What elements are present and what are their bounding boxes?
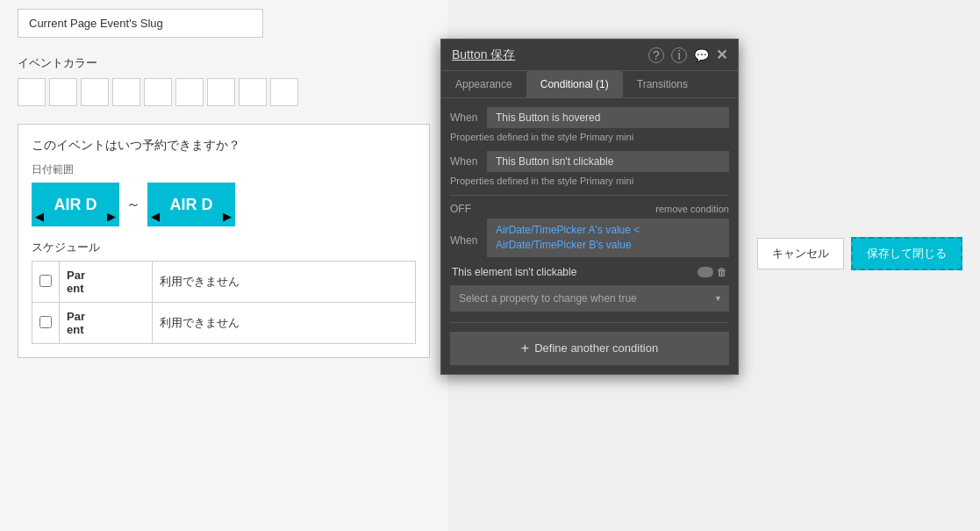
- element-icons: 🗑: [697, 266, 727, 278]
- when-label-1: When: [450, 111, 482, 124]
- modal-icons: ? i 💬 ✕: [648, 47, 727, 63]
- condition-block-1: When This Button is hovered Properties d…: [450, 107, 729, 142]
- row1-col1: Parent: [60, 262, 153, 303]
- condition-value-line1: AirDate/TimePicker A's value <: [496, 223, 720, 238]
- cancel-button[interactable]: キャンセル: [757, 238, 844, 269]
- date-start-left-arrow[interactable]: ◀: [35, 210, 44, 223]
- question-text: このイベントはいつ予約できますか？: [32, 138, 416, 154]
- row1-checkbox[interactable]: [39, 275, 52, 287]
- date-separator: ～: [126, 196, 140, 214]
- date-end-left-arrow[interactable]: ◀: [151, 210, 160, 223]
- when-label-2: When: [450, 155, 482, 168]
- plus-icon: +: [521, 341, 529, 356]
- add-condition-button[interactable]: + Define another condition: [450, 332, 729, 365]
- row2-col2: 利用できません: [152, 303, 415, 344]
- color-swatch-3[interactable]: [81, 78, 109, 106]
- condition-block-3: OFF remove condition When AirDate/TimePi…: [450, 203, 729, 312]
- date-start-arrows: ◀ ▶: [32, 210, 119, 223]
- date-start-right-arrow[interactable]: ▶: [107, 210, 116, 223]
- date-row: AIR D ◀ ▶ ～ AIR D ◀ ▶: [32, 183, 416, 226]
- question-section: このイベントはいつ予約できますか？ 日付範囲 AIR D ◀ ▶ ～ AIR D…: [18, 124, 430, 358]
- add-condition-label: Define another condition: [534, 341, 658, 355]
- close-icon[interactable]: ✕: [716, 47, 727, 63]
- date-picker-start[interactable]: AIR D ◀ ▶: [32, 183, 119, 226]
- select-property-wrapper: Select a property to change when true: [450, 285, 729, 312]
- color-swatch-9[interactable]: [270, 78, 298, 106]
- background-panel: Current Page Event's Slug イベントカラー このイベント…: [0, 0, 447, 531]
- condition-block-2: When This Button isn't clickable Propert…: [450, 151, 729, 186]
- element-text: This element isn't clickable: [452, 266, 576, 278]
- schedule-table: Parent 利用できません Parent 利用できません: [32, 261, 416, 344]
- condition-value-line2: AirDate/TimePicker B's value: [496, 238, 720, 253]
- divider-1: [450, 195, 729, 196]
- divider-2: [450, 322, 729, 323]
- color-swatch-5[interactable]: [144, 78, 172, 106]
- select-property-dropdown[interactable]: Select a property to change when true: [450, 285, 729, 312]
- when-row-2: When This Button isn't clickable: [450, 151, 729, 172]
- date-end-arrows: ◀ ▶: [147, 210, 235, 223]
- condition-detail: AirDate/TimePicker A's value < AirDate/T…: [487, 219, 729, 257]
- when-value-2: This Button isn't clickable: [487, 151, 729, 172]
- color-swatch-1[interactable]: [18, 78, 46, 106]
- properties-text-2: Properties defined in the style Primary …: [450, 176, 729, 186]
- date-picker-end[interactable]: AIR D ◀ ▶: [147, 183, 235, 226]
- info-icon[interactable]: i: [671, 47, 687, 63]
- color-swatch-4[interactable]: [112, 78, 140, 106]
- properties-text-1: Properties defined in the style Primary …: [450, 132, 729, 142]
- color-swatch-2[interactable]: [49, 78, 77, 106]
- when-label-3: When: [450, 234, 482, 247]
- modal-title-bar: Button 保存 ? i 💬 ✕: [441, 39, 738, 71]
- off-row: OFF remove condition: [450, 203, 729, 215]
- tab-appearance[interactable]: Appearance: [441, 71, 526, 97]
- row2-col1: Parent: [60, 303, 153, 344]
- when-value-1: This Button is hovered: [487, 107, 729, 128]
- trash-icon[interactable]: 🗑: [717, 266, 727, 278]
- color-swatches: [18, 78, 430, 106]
- modal-body: When This Button is hovered Properties d…: [441, 98, 738, 374]
- element-row: This element isn't clickable 🗑: [450, 266, 729, 278]
- help-icon[interactable]: ?: [648, 47, 664, 63]
- bubble-icon[interactable]: 💬: [694, 48, 709, 62]
- color-section: イベントカラー: [18, 55, 430, 106]
- remove-condition-link[interactable]: remove condition: [655, 204, 729, 214]
- color-swatch-6[interactable]: [175, 78, 204, 106]
- table-row: Parent 利用できません: [32, 303, 416, 344]
- row2-checkbox[interactable]: [39, 316, 52, 328]
- table-row: Parent 利用できません: [32, 262, 416, 303]
- color-swatch-8[interactable]: [239, 78, 267, 106]
- row1-col2: 利用できません: [152, 262, 415, 303]
- modal-tabs: Appearance Conditional (1) Transitions: [441, 71, 738, 98]
- toggle-icon[interactable]: [697, 267, 713, 277]
- when-row-1: When This Button is hovered: [450, 107, 729, 128]
- tab-transitions[interactable]: Transitions: [623, 71, 702, 97]
- schedule-label: スケジュール: [32, 240, 416, 255]
- date-label: 日付範囲: [32, 162, 416, 177]
- modal-title: Button 保存: [452, 47, 515, 63]
- color-swatch-7[interactable]: [207, 78, 235, 106]
- save-button[interactable]: 保存して閉じる: [851, 237, 962, 270]
- off-label: OFF: [450, 203, 471, 215]
- slug-field: Current Page Event's Slug: [18, 9, 263, 38]
- tab-conditional[interactable]: Conditional (1): [526, 71, 623, 97]
- when-row-3: When AirDate/TimePicker A's value < AirD…: [450, 219, 729, 262]
- modal-dialog: Button 保存 ? i 💬 ✕ Appearance Conditional…: [440, 39, 739, 375]
- date-end-right-arrow[interactable]: ▶: [223, 210, 232, 223]
- action-buttons: キャンセル 保存して閉じる: [757, 237, 962, 270]
- color-label: イベントカラー: [18, 55, 430, 71]
